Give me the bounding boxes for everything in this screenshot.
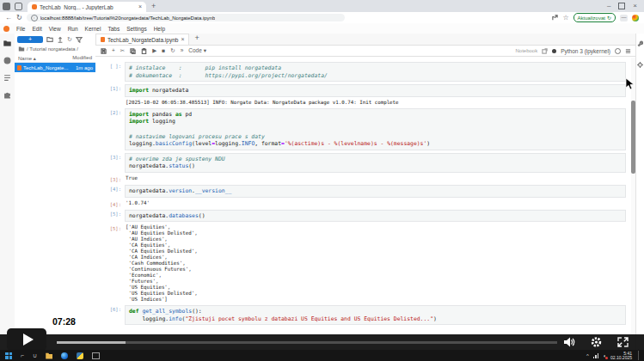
breadcrumb[interactable]: / Tutorial norgatedata / xyxy=(15,45,95,53)
window-close-button[interactable]: × xyxy=(633,2,637,9)
cell-source[interactable]: import pandas as pdimport logging # nast… xyxy=(125,108,626,150)
play-button[interactable] xyxy=(7,328,46,351)
menu-edit[interactable]: Edit xyxy=(32,26,41,32)
back-icon[interactable]: ← xyxy=(5,14,12,21)
window-minimize-button[interactable]: – xyxy=(607,2,610,9)
save-icon[interactable] xyxy=(101,48,107,54)
menu-kernel[interactable]: Kernel xyxy=(85,26,101,32)
restart-run-all-icon[interactable]: » xyxy=(181,46,184,55)
restart-kernel-icon[interactable]: ↻ xyxy=(170,46,175,55)
notebook-tab[interactable]: TechLab_NorgateData.ipynb × xyxy=(95,34,189,45)
paste-cell-icon[interactable] xyxy=(141,48,147,54)
debugger-icon[interactable] xyxy=(637,62,643,68)
extensions-puzzle-icon[interactable] xyxy=(3,91,11,99)
new-launcher-button[interactable]: + xyxy=(17,36,43,43)
settings-gear-icon[interactable] xyxy=(590,336,603,348)
interrupt-kernel-icon[interactable]: ■ xyxy=(162,46,165,55)
tray-volume-icon[interactable]: ◖ xyxy=(603,353,606,358)
cell-prompt: [6]: xyxy=(95,305,125,325)
address-bar-actions: ☆ Aktualizovat ↻ — xyxy=(552,13,639,22)
python-app-icon[interactable] xyxy=(77,352,83,359)
minimized-window-icon[interactable] xyxy=(92,352,100,359)
network-icon[interactable] xyxy=(593,353,599,358)
tray-expand-icon[interactable]: ^ xyxy=(586,353,589,358)
taskbar-app-icon[interactable]: ∪ xyxy=(33,352,37,359)
cell-type-dropdown[interactable]: Code ▾ xyxy=(188,47,206,54)
seek-bar-progress xyxy=(57,341,126,344)
cell-prompt: [5]: xyxy=(95,210,125,223)
profile-avatar[interactable] xyxy=(632,15,639,21)
code-cell[interactable]: [3]:# overime zda je spusteny NDUnorgate… xyxy=(95,153,626,173)
menu-tabs[interactable]: Tabs xyxy=(107,26,120,32)
cell-prompt: [3]: xyxy=(95,153,125,173)
notebook-cells: [ ]:# instalace : pip install norgatedat… xyxy=(95,56,629,350)
refresh-icon[interactable]: ↻ xyxy=(16,14,22,21)
site-info-icon[interactable]: i xyxy=(31,15,38,21)
notebook-tab-close-icon[interactable]: × xyxy=(181,37,184,42)
file-browser-icon[interactable] xyxy=(3,40,11,47)
table-of-contents-icon[interactable] xyxy=(3,74,11,82)
kernel-menu-icon[interactable] xyxy=(625,48,631,54)
cut-cell-icon[interactable]: ✂ xyxy=(120,46,125,55)
file-explorer-icon[interactable] xyxy=(46,352,52,359)
notebook-file-icon xyxy=(17,65,21,70)
new-tab-button[interactable]: + xyxy=(151,2,156,10)
code-cell[interactable]: [5]:norgatedata.databases() xyxy=(95,210,626,223)
file-list-header: Name ▴ Modified xyxy=(15,53,95,63)
running-kernels-icon[interactable] xyxy=(3,57,11,64)
cell-source[interactable]: norgatedata.version.__version__ xyxy=(125,185,626,198)
menu-settings[interactable]: Settings xyxy=(126,26,147,32)
favorites-star-icon[interactable]: ☆ xyxy=(562,14,568,21)
upload-icon[interactable] xyxy=(57,36,64,43)
fullscreen-icon[interactable] xyxy=(616,336,629,348)
property-inspector-icon[interactable] xyxy=(637,40,643,46)
cell-source[interactable]: def get_all_symbols(): logging.info("Zji… xyxy=(125,305,626,325)
refresh-files-icon[interactable]: ↻ xyxy=(67,36,72,43)
browser-update-button[interactable]: Aktualizovat ↻ xyxy=(573,13,616,22)
new-document-button[interactable]: + xyxy=(194,34,199,42)
share-icon[interactable] xyxy=(552,15,558,21)
window-maximize-button[interactable] xyxy=(618,3,625,9)
cell-source[interactable]: import norgatedata xyxy=(125,84,626,97)
open-external-icon[interactable] xyxy=(542,48,548,54)
tray-clock[interactable]: 5:41 02.10.2025 xyxy=(610,352,632,360)
show-desktop-button[interactable] xyxy=(638,351,641,360)
new-folder-icon[interactable] xyxy=(46,36,53,43)
code-cell[interactable]: [6]:def get_all_symbols(): logging.info(… xyxy=(95,305,626,325)
menu-view[interactable]: View xyxy=(49,26,61,32)
cell-source[interactable]: norgatedata.databases() xyxy=(125,210,626,223)
file-row-selected[interactable]: TechLab_Norgate... 1m ago xyxy=(15,63,95,72)
code-cell[interactable]: [ ]:# instalace : pip install norgatedat… xyxy=(95,62,626,82)
url-field[interactable]: i localhost:8888/lab/tree/Tutorial%20nor… xyxy=(27,14,345,21)
code-cell[interactable]: [2]:import pandas as pdimport logging # … xyxy=(95,108,626,150)
browser-profile-icon[interactable] xyxy=(3,3,10,10)
code-cell[interactable]: [1]:import norgatedata xyxy=(95,84,626,97)
copy-cell-icon[interactable] xyxy=(130,48,136,54)
column-name[interactable]: Name ▴ xyxy=(18,55,36,61)
tab-close-icon[interactable]: × xyxy=(138,4,142,9)
seek-bar[interactable] xyxy=(57,341,557,344)
cell-source[interactable]: # overime zda je spusteny NDUnorgatedata… xyxy=(125,153,626,173)
browser-tab[interactable]: TechLab_Norg... - JupyterLab × xyxy=(28,2,146,12)
taskbar-tool-icon[interactable]: ⌐ xyxy=(21,352,24,359)
code-cell[interactable]: [4]:norgatedata.version.__version__ xyxy=(95,185,626,198)
menu-file[interactable]: File xyxy=(16,26,25,32)
extensions-icon[interactable]: — xyxy=(620,15,628,21)
cell-prompt: [4]: xyxy=(95,200,125,207)
menu-run[interactable]: Run xyxy=(68,26,78,32)
window-controls: – × xyxy=(607,2,644,12)
volume-icon[interactable] xyxy=(563,336,576,348)
folder-icon xyxy=(18,46,25,52)
column-modified[interactable]: Modified xyxy=(72,55,92,60)
run-cell-icon[interactable]: ▶ xyxy=(152,46,156,55)
kernel-name[interactable]: Python 3 (ipykernel) xyxy=(561,48,610,54)
play-icon xyxy=(23,333,34,346)
menu-help[interactable]: Help xyxy=(154,26,165,32)
cell-source[interactable]: # instalace : pip install norgatedata# d… xyxy=(125,62,626,82)
filter-icon[interactable] xyxy=(76,36,83,43)
browser-taskbar-icon[interactable] xyxy=(61,352,68,359)
start-button[interactable] xyxy=(5,352,12,359)
tab-search-icon[interactable] xyxy=(15,3,22,10)
add-cell-icon[interactable]: + xyxy=(112,46,115,55)
document-tab-bar: TechLab_NorgateData.ipynb × + xyxy=(95,34,636,46)
